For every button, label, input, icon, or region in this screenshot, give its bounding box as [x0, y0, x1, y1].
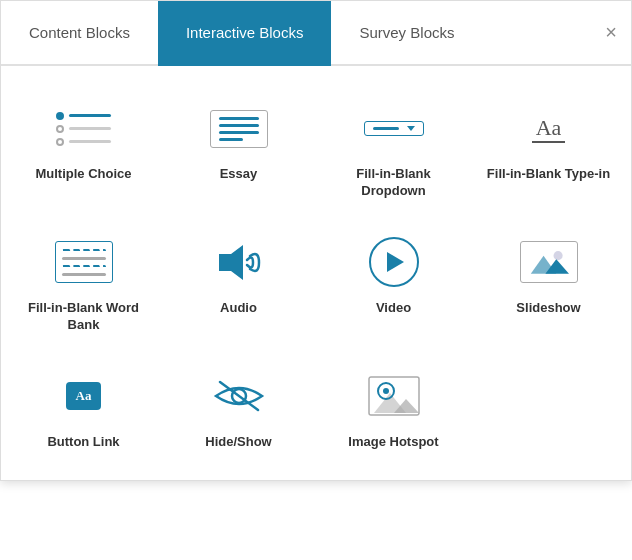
fill-in-blank-dropdown-icon	[359, 101, 429, 156]
tab-survey-blocks[interactable]: Survey Blocks	[331, 1, 482, 66]
block-multiple-choice[interactable]: Multiple Choice	[11, 86, 156, 210]
button-link-icon: Aa	[49, 369, 119, 424]
block-image-hotspot[interactable]: Image Hotspot	[321, 354, 466, 461]
block-essay[interactable]: Essay	[166, 86, 311, 210]
fill-in-blank-wordbank-label: Fill-in-Blank Word Bank	[16, 300, 151, 334]
svg-marker-0	[219, 245, 243, 280]
slideshow-icon	[514, 235, 584, 290]
modal: Content Blocks Interactive Blocks Survey…	[0, 0, 632, 481]
block-button-link[interactable]: Aa Button Link	[11, 354, 156, 461]
slideshow-label: Slideshow	[516, 300, 580, 317]
audio-label: Audio	[220, 300, 257, 317]
essay-icon	[204, 101, 274, 156]
fill-in-blank-typein-icon: Aa	[514, 101, 584, 156]
video-icon	[359, 235, 429, 290]
svg-line-5	[220, 382, 258, 410]
svg-point-1	[553, 251, 562, 260]
image-hotspot-label: Image Hotspot	[348, 434, 438, 451]
hide-show-label: Hide/Show	[205, 434, 271, 451]
block-fill-in-blank-wordbank[interactable]: Fill-in-Blank Word Bank	[11, 220, 156, 344]
tab-content-blocks[interactable]: Content Blocks	[1, 1, 158, 66]
close-button[interactable]: ×	[591, 1, 631, 64]
hide-show-icon	[204, 369, 274, 424]
image-hotspot-icon	[359, 369, 429, 424]
fill-in-blank-wordbank-icon	[49, 235, 119, 290]
block-slideshow[interactable]: Slideshow	[476, 220, 621, 344]
svg-point-10	[383, 388, 389, 394]
block-fill-in-blank-typein[interactable]: Aa Fill-in-Blank Type-in	[476, 86, 621, 210]
block-audio[interactable]: Audio	[166, 220, 311, 344]
block-fill-in-blank-dropdown[interactable]: Fill-in-Blank Dropdown	[321, 86, 466, 210]
tab-interactive-blocks[interactable]: Interactive Blocks	[158, 1, 332, 66]
multiple-choice-icon	[49, 101, 119, 156]
block-hide-show[interactable]: Hide/Show	[166, 354, 311, 461]
button-link-label: Button Link	[47, 434, 119, 451]
tab-bar: Content Blocks Interactive Blocks Survey…	[1, 1, 631, 66]
multiple-choice-label: Multiple Choice	[35, 166, 131, 183]
audio-icon	[204, 235, 274, 290]
fill-in-blank-typein-label: Fill-in-Blank Type-in	[487, 166, 610, 183]
blocks-grid: Multiple Choice Essay Fill	[1, 66, 631, 480]
video-label: Video	[376, 300, 411, 317]
essay-label: Essay	[220, 166, 258, 183]
block-video[interactable]: Video	[321, 220, 466, 344]
fill-in-blank-dropdown-label: Fill-in-Blank Dropdown	[326, 166, 461, 200]
